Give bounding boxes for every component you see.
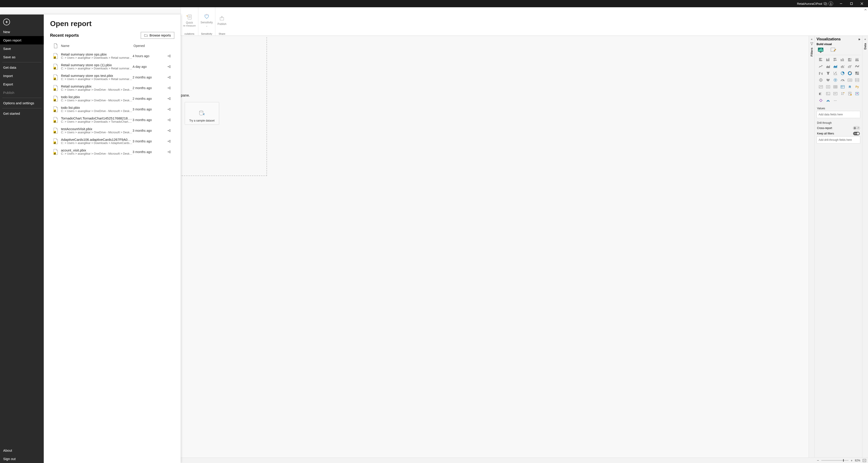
pin-button[interactable] bbox=[164, 129, 174, 132]
stacked-bar-chart-icon[interactable] bbox=[818, 57, 824, 62]
filled-map-icon[interactable] bbox=[825, 77, 831, 83]
name-column-header[interactable]: Name bbox=[61, 44, 133, 48]
values-well[interactable]: Add data fields here bbox=[816, 111, 860, 118]
report-row[interactable]: Retail summary store ops (1).pbixC: > Us… bbox=[50, 61, 174, 72]
back-button[interactable] bbox=[3, 19, 10, 25]
waterfall-chart-icon[interactable] bbox=[818, 70, 824, 76]
pin-button[interactable] bbox=[164, 76, 174, 79]
line-stacked-column-icon[interactable] bbox=[840, 64, 845, 69]
matrix-icon[interactable] bbox=[840, 84, 845, 90]
key-influencers-icon[interactable] bbox=[818, 91, 824, 96]
chevron-right-icon[interactable]: » bbox=[858, 37, 860, 41]
line-chart-icon[interactable] bbox=[818, 64, 824, 69]
try-sample-dataset-card[interactable]: Try a sample dataset bbox=[185, 102, 219, 125]
ribbon-chart-icon[interactable] bbox=[854, 64, 860, 69]
nav-save[interactable]: Save bbox=[0, 45, 44, 53]
arcgis-icon[interactable] bbox=[825, 98, 831, 103]
cross-report-toggle[interactable]: Off bbox=[853, 126, 860, 130]
qna-icon[interactable] bbox=[832, 91, 838, 96]
stacked-column-chart-icon[interactable] bbox=[825, 57, 831, 62]
pin-button[interactable] bbox=[164, 65, 174, 68]
power-apps-icon[interactable] bbox=[854, 91, 860, 96]
scatter-chart-icon[interactable] bbox=[832, 70, 838, 76]
card-icon[interactable]: 123 bbox=[847, 77, 853, 83]
close-button[interactable] bbox=[857, 0, 867, 7]
fit-to-page-button[interactable] bbox=[863, 459, 866, 462]
zoom-slider[interactable] bbox=[821, 460, 848, 461]
pin-button[interactable] bbox=[164, 86, 174, 90]
nav-save-as[interactable]: Save as bbox=[0, 53, 44, 61]
hundred-stacked-bar-icon[interactable] bbox=[847, 57, 853, 62]
funnel-chart-icon[interactable] bbox=[825, 70, 831, 76]
report-row[interactable]: acount_visit.pbixC: > Users > asanglikar… bbox=[50, 146, 174, 157]
python-visual-icon[interactable]: Py bbox=[854, 84, 860, 90]
report-row[interactable]: todo list.pbixC: > Users > asanglikar > … bbox=[50, 104, 174, 115]
nav-sign-out[interactable]: Sign out bbox=[0, 455, 44, 463]
data-pane-collapsed[interactable]: « Data bbox=[862, 36, 868, 458]
more-visuals-icon[interactable]: ⋯ bbox=[832, 98, 838, 103]
multirow-card-icon[interactable] bbox=[854, 77, 860, 83]
donut-chart-icon[interactable] bbox=[847, 70, 853, 76]
treemap-icon[interactable] bbox=[854, 70, 860, 76]
pin-button[interactable] bbox=[164, 97, 174, 100]
ribbon-collapse-button[interactable] bbox=[863, 7, 868, 36]
publish-button[interactable]: Publish bbox=[218, 15, 226, 26]
stacked-area-chart-icon[interactable] bbox=[832, 64, 838, 69]
report-row[interactable]: TornadoChart.TornadoChart1452517688218.2… bbox=[50, 115, 174, 125]
nav-open-report[interactable]: Open report bbox=[0, 36, 44, 45]
pin-button[interactable] bbox=[164, 150, 174, 153]
svg-point-66 bbox=[836, 74, 837, 75]
table-icon[interactable] bbox=[832, 84, 838, 90]
drill-through-well[interactable]: Add drill-through fields here bbox=[816, 136, 860, 144]
maximize-button[interactable] bbox=[846, 0, 857, 7]
nav-new[interactable]: New bbox=[0, 28, 44, 36]
quick-measure-button[interactable]: Quick re measure bbox=[183, 13, 196, 27]
azure-map-icon[interactable] bbox=[832, 77, 838, 83]
decomposition-tree-icon[interactable] bbox=[825, 91, 831, 96]
build-visual-tab[interactable] bbox=[817, 47, 824, 53]
line-clustered-column-icon[interactable] bbox=[847, 64, 853, 69]
pin-button[interactable] bbox=[164, 108, 174, 111]
report-row[interactable]: todo list.pbixC: > Users > asanglikar > … bbox=[50, 93, 174, 104]
nav-export[interactable]: Export bbox=[0, 80, 44, 88]
zoom-in-button[interactable]: + bbox=[851, 459, 852, 462]
kpi-icon[interactable] bbox=[818, 84, 824, 90]
keep-filters-toggle[interactable]: On bbox=[853, 132, 860, 135]
minimize-button[interactable] bbox=[836, 0, 846, 7]
svg-rect-26 bbox=[826, 58, 827, 59]
zoom-out-button[interactable]: − bbox=[817, 459, 819, 463]
nav-options[interactable]: Options and settings bbox=[0, 99, 44, 107]
area-chart-icon[interactable] bbox=[825, 64, 831, 69]
pin-button[interactable] bbox=[164, 118, 174, 121]
report-row[interactable]: testAccountVisit.pbixC: > Users > asangl… bbox=[50, 125, 174, 136]
clustered-column-chart-icon[interactable] bbox=[840, 57, 845, 62]
format-visual-tab[interactable] bbox=[830, 47, 837, 53]
filters-pane-collapsed[interactable]: « Filters bbox=[809, 36, 814, 458]
gauge-icon[interactable] bbox=[840, 77, 845, 83]
nav-about[interactable]: About bbox=[0, 446, 44, 455]
report-row[interactable]: Retail summary store ops.pbixC: > Users … bbox=[50, 51, 174, 61]
paginated-report-icon[interactable] bbox=[847, 91, 853, 96]
map-icon[interactable] bbox=[818, 77, 824, 83]
report-row[interactable]: Retail summary store ops test.pbixC: > U… bbox=[50, 72, 174, 83]
pie-chart-icon[interactable] bbox=[840, 70, 845, 76]
chevron-left-icon[interactable]: « bbox=[811, 38, 812, 41]
clustered-bar-chart-icon[interactable] bbox=[832, 57, 838, 62]
r-visual-icon[interactable]: R bbox=[847, 84, 853, 90]
report-row[interactable]: AdaptiveCards106.adaptiveCards1267F9A029… bbox=[50, 136, 174, 146]
report-row[interactable]: Retail summary.pbixC: > Users > asanglik… bbox=[50, 83, 174, 93]
sensitivity-button[interactable]: Sensitivity ⌄ bbox=[200, 13, 213, 27]
chevron-left-icon[interactable]: « bbox=[864, 38, 866, 41]
opened-column-header[interactable]: Opened bbox=[133, 44, 165, 48]
browse-reports-button[interactable]: Browse reports bbox=[141, 32, 174, 39]
nav-import[interactable]: Import bbox=[0, 71, 44, 80]
account-area[interactable]: RetailAuroraCIPool bbox=[797, 1, 833, 6]
power-automate-icon[interactable] bbox=[818, 98, 824, 103]
pin-button[interactable] bbox=[164, 140, 174, 143]
smart-narrative-icon[interactable] bbox=[840, 91, 845, 96]
hundred-stacked-column-icon[interactable] bbox=[854, 57, 860, 62]
nav-get-data[interactable]: Get data bbox=[0, 63, 44, 71]
nav-get-started[interactable]: Get started bbox=[0, 109, 44, 118]
slicer-icon[interactable] bbox=[825, 84, 831, 90]
pin-button[interactable] bbox=[164, 54, 174, 58]
